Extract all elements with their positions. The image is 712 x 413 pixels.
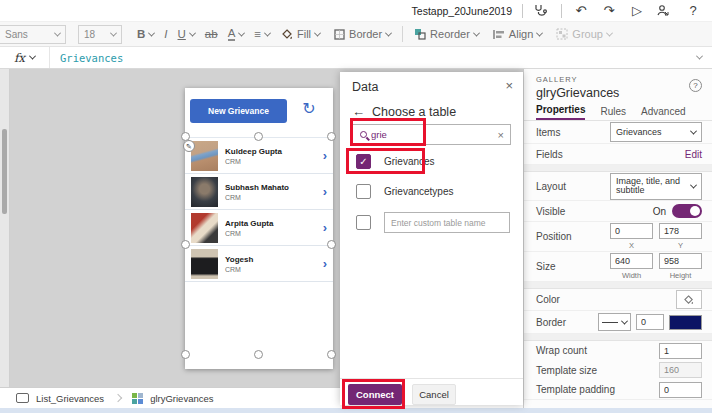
screen-icon xyxy=(16,393,29,403)
control-tab-glrygrievances[interactable]: glryGrievances xyxy=(150,393,213,404)
position-x-input[interactable] xyxy=(610,223,653,239)
checkbox-checked[interactable]: ✓ xyxy=(356,154,371,169)
tab-properties[interactable]: Properties xyxy=(536,104,585,120)
wrap-count-input[interactable] xyxy=(659,343,702,359)
clear-search-icon[interactable]: × xyxy=(498,129,504,141)
selection-handle[interactable] xyxy=(181,240,190,249)
chevron-down-icon xyxy=(621,317,628,324)
formula-input[interactable]: Grievances xyxy=(50,52,693,64)
layout-row: Layout Image, title, and subtitle xyxy=(524,172,712,201)
avatar-photo xyxy=(191,177,218,207)
edit-item-pencil-icon[interactable]: ✎ xyxy=(183,140,195,152)
choose-table-heading: Choose a table xyxy=(372,105,456,119)
row-title: Subhash Mahato xyxy=(225,183,323,192)
color-picker-button[interactable] xyxy=(676,290,702,309)
line-style-icon xyxy=(602,322,618,323)
gallery-row[interactable]: Subhash Mahato CRM › xyxy=(185,174,333,210)
cancel-button[interactable]: Cancel xyxy=(412,384,456,405)
workspace: New Grievance ↻ Kuldeep Gupta CRM › xyxy=(0,69,712,408)
fill-button[interactable]: Fill xyxy=(275,22,327,46)
selection-handle[interactable] xyxy=(254,350,263,359)
properties-header: GALLERY glryGrievances ? xyxy=(524,69,712,103)
align-button[interactable]: Align xyxy=(486,22,549,46)
table-option-grievancetypes[interactable]: Grievancetypes xyxy=(356,184,453,199)
app-checker-icon[interactable] xyxy=(533,4,551,18)
checkbox-unchecked[interactable] xyxy=(356,215,371,230)
chevron-right-icon[interactable]: › xyxy=(323,256,327,271)
refresh-icon[interactable]: ↻ xyxy=(299,99,319,119)
selection-handle[interactable] xyxy=(327,350,336,359)
text-align-button[interactable]: ≡ xyxy=(249,22,275,46)
back-arrow-icon[interactable]: ← xyxy=(352,104,365,119)
selection-handle[interactable] xyxy=(254,132,263,141)
selection-handle[interactable] xyxy=(327,240,336,249)
custom-table-option[interactable] xyxy=(356,212,510,233)
chevron-right-icon[interactable]: › xyxy=(323,184,327,199)
chevron-right-icon[interactable]: › xyxy=(323,148,327,163)
panel-help-icon[interactable]: ? xyxy=(689,79,702,92)
bold-button[interactable]: B xyxy=(132,22,159,46)
gallery-row[interactable]: Arpita Gupta CRM › xyxy=(185,210,333,246)
phone-screen-preview[interactable]: New Grievance ↻ Kuldeep Gupta CRM › xyxy=(185,88,333,369)
group-button[interactable]: Group xyxy=(549,22,619,46)
fields-edit-link[interactable]: Edit xyxy=(685,149,702,160)
font-family-select[interactable]: Sans xyxy=(0,25,66,44)
layout-dropdown[interactable]: Image, title, and subtitle xyxy=(610,173,702,200)
paint-bucket-icon xyxy=(282,29,293,40)
size-width-input[interactable] xyxy=(610,253,653,269)
size-height-input[interactable] xyxy=(659,253,702,269)
grievance-gallery[interactable]: Kuldeep Gupta CRM › Subhash Mahato CRM › xyxy=(185,137,333,355)
selection-handle[interactable] xyxy=(327,132,336,141)
reorder-icon xyxy=(414,28,426,40)
items-dropdown[interactable]: Grievances xyxy=(610,122,702,142)
redo-icon[interactable]: ↷ xyxy=(600,1,618,21)
connect-button[interactable]: Connect xyxy=(348,384,402,405)
divider xyxy=(402,26,403,42)
screen-tab-list-grievances[interactable]: List_Grievances xyxy=(36,393,104,404)
share-person-icon[interactable] xyxy=(656,4,674,17)
border-label: Border xyxy=(536,317,598,328)
border-color-swatch[interactable] xyxy=(669,315,702,330)
visible-label: Visible xyxy=(536,206,653,217)
chevron-down-icon xyxy=(54,29,61,36)
template-padding-input[interactable] xyxy=(659,382,702,398)
font-size-select[interactable]: 18 xyxy=(78,25,122,44)
table-option-grievances[interactable]: ✓ Grievances xyxy=(356,154,435,169)
template-size-label: Template size xyxy=(536,365,659,376)
custom-table-name-input[interactable] xyxy=(384,212,510,233)
scrollbar-thumb[interactable] xyxy=(2,129,7,214)
tab-rules[interactable]: Rules xyxy=(600,106,626,120)
checkbox-unchecked[interactable] xyxy=(356,184,371,199)
gallery-row[interactable]: Kuldeep Gupta CRM › xyxy=(185,138,333,174)
chevron-down-icon xyxy=(690,127,697,134)
color-row: Color xyxy=(524,289,712,311)
section-divider xyxy=(524,334,712,341)
tab-advanced[interactable]: Advanced xyxy=(641,106,685,120)
undo-icon[interactable]: ↶ xyxy=(572,1,590,21)
template-padding-row: Template padding xyxy=(524,380,712,400)
position-y-input[interactable] xyxy=(659,223,702,239)
new-grievance-button[interactable]: New Grievance xyxy=(190,99,287,123)
chevron-right-icon[interactable]: › xyxy=(323,220,327,235)
help-icon[interactable]: ? xyxy=(684,1,702,21)
formula-expand-chevron-icon[interactable] xyxy=(696,53,703,60)
preview-play-icon[interactable]: ▷ xyxy=(628,1,646,21)
fx-selector[interactable]: fx xyxy=(0,47,50,68)
selection-handle[interactable] xyxy=(181,350,190,359)
strikethrough-button[interactable]: ab xyxy=(200,22,223,46)
border-thickness-input[interactable] xyxy=(636,314,664,330)
gallery-row[interactable]: Yogesh CRM › xyxy=(185,246,333,282)
table-search-box[interactable]: × xyxy=(352,124,511,145)
position-label: Position xyxy=(536,231,610,242)
table-search-input[interactable] xyxy=(367,129,498,140)
font-color-button[interactable]: A xyxy=(223,22,250,46)
italic-button[interactable]: I xyxy=(159,22,172,46)
align-icon xyxy=(493,29,505,40)
underline-button[interactable]: U xyxy=(173,22,200,46)
border-style-dropdown[interactable] xyxy=(598,313,631,331)
template-size-input xyxy=(659,362,702,378)
reorder-button[interactable]: Reorder xyxy=(407,22,486,46)
visible-toggle[interactable] xyxy=(672,204,702,218)
close-icon[interactable]: × xyxy=(505,78,513,93)
border-button[interactable]: Border xyxy=(327,22,398,46)
